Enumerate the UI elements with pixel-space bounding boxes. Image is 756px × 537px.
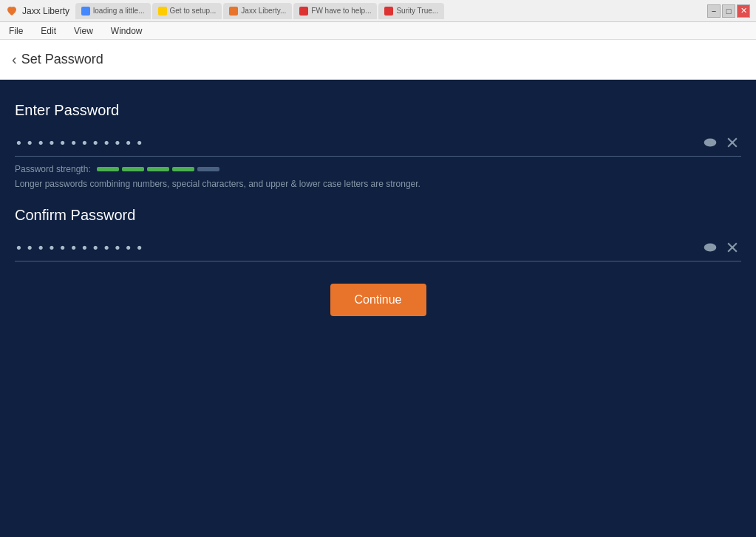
minimize-button[interactable]: − xyxy=(707,4,721,18)
tab-2[interactable]: Get to setup... xyxy=(152,3,222,19)
confirm-password-section: Confirm Password xyxy=(15,207,741,261)
back-arrow-icon[interactable]: ‹ xyxy=(12,51,17,68)
menu-bar: File Edit View Window xyxy=(0,22,756,40)
confirm-password-label: Confirm Password xyxy=(15,207,741,224)
title-bar-left: Jaxx Liberty xyxy=(6,5,69,17)
menu-file[interactable]: File xyxy=(6,24,26,38)
toggle-confirm-visibility-button[interactable] xyxy=(701,239,719,256)
tab-favicon-5 xyxy=(384,7,393,16)
app-title: Jaxx Liberty xyxy=(22,6,69,16)
svg-point-1 xyxy=(709,141,712,144)
window-controls: − □ ✕ xyxy=(707,4,750,18)
tab-5[interactable]: Surity True... xyxy=(378,3,444,19)
enter-password-label: Enter Password xyxy=(15,102,741,119)
maximize-button[interactable]: □ xyxy=(722,4,735,18)
tab-favicon-4 xyxy=(299,7,308,16)
tab-favicon-1 xyxy=(81,7,90,16)
strength-bar-3 xyxy=(147,167,169,171)
tab-label-4: FW have to help... xyxy=(311,7,371,15)
menu-edit[interactable]: Edit xyxy=(38,24,59,38)
clear-password-button[interactable] xyxy=(723,134,741,151)
svg-point-5 xyxy=(709,246,712,249)
strength-bars xyxy=(97,167,219,171)
title-bar: Jaxx Liberty loading a little... Get to … xyxy=(0,0,756,22)
tab-favicon-3 xyxy=(229,7,238,16)
browser-tabs: loading a little... Get to setup... Jaxx… xyxy=(75,3,701,19)
strength-bar-5 xyxy=(197,167,219,171)
main-content: Enter Password Password strength: xyxy=(0,80,756,537)
tab-label-2: Get to setup... xyxy=(170,7,217,15)
password-strength-row: Password strength: xyxy=(15,164,741,174)
clear-confirm-button[interactable] xyxy=(723,239,741,256)
strength-label: Password strength: xyxy=(15,164,91,174)
tab-favicon-2 xyxy=(158,7,167,16)
tab-label-3: Jaxx Liberty... xyxy=(241,7,286,15)
confirm-field-wrapper xyxy=(15,239,741,261)
toggle-password-visibility-button[interactable] xyxy=(701,134,719,151)
tab-label-5: Surity True... xyxy=(396,7,438,15)
tab-4[interactable]: FW have to help... xyxy=(293,3,377,19)
continue-button[interactable]: Continue xyxy=(330,284,426,316)
strength-bar-2 xyxy=(122,167,144,171)
tab-1[interactable]: loading a little... xyxy=(75,3,151,19)
tab-label-1: loading a little... xyxy=(93,7,145,15)
tab-3[interactable]: Jaxx Liberty... xyxy=(223,3,292,19)
strength-bar-4 xyxy=(172,167,194,171)
menu-window[interactable]: Window xyxy=(108,24,146,38)
enter-password-section: Enter Password Password strength: xyxy=(15,102,741,189)
header: ‹ Set Password xyxy=(0,40,756,80)
strength-hint: Longer passwords combining numbers, spec… xyxy=(15,179,741,189)
menu-view[interactable]: View xyxy=(71,24,96,38)
strength-bar-1 xyxy=(97,167,119,171)
close-button[interactable]: ✕ xyxy=(737,4,750,18)
password-input[interactable] xyxy=(15,135,697,151)
page-title: Set Password xyxy=(21,52,103,67)
app-icon xyxy=(6,5,18,17)
password-field-wrapper xyxy=(15,134,741,157)
confirm-password-input[interactable] xyxy=(15,240,697,256)
